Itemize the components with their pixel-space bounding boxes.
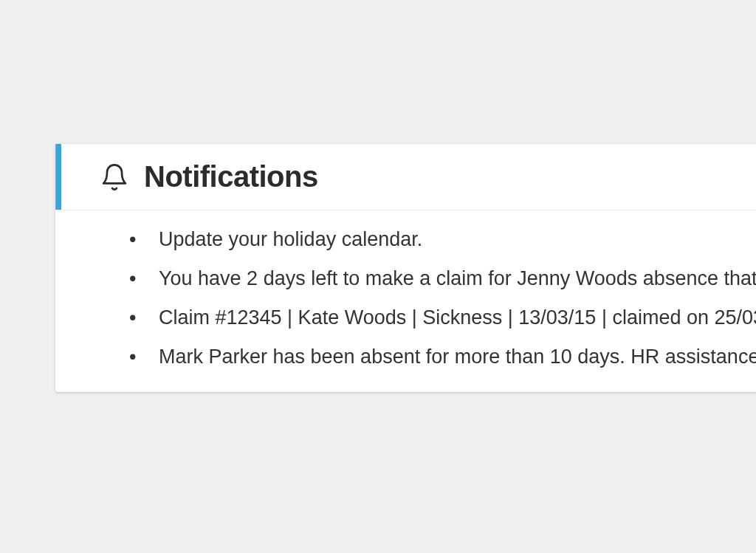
notification-text: Mark Parker has been absent for more tha… xyxy=(159,346,756,368)
notification-text: You have 2 days left to make a claim for… xyxy=(159,267,756,289)
panel-header: Notifications xyxy=(55,144,756,210)
notification-item[interactable]: Mark Parker has been absent for more tha… xyxy=(129,344,742,370)
panel-title: Notifications xyxy=(144,160,318,193)
notification-item[interactable]: You have 2 days left to make a claim for… xyxy=(129,266,742,292)
notification-item[interactable]: Update your holiday calendar. xyxy=(129,227,742,253)
notification-list: Update your holiday calendar. You have 2… xyxy=(129,227,742,370)
notification-text: Claim #12345 | Kate Woods | Sickness | 1… xyxy=(159,306,756,329)
notifications-panel: Notifications Update your holiday calend… xyxy=(55,144,756,392)
panel-body: Update your holiday calendar. You have 2… xyxy=(55,210,756,392)
notification-text: Update your holiday calendar. xyxy=(159,228,422,250)
notification-item[interactable]: Claim #12345 | Kate Woods | Sickness | 1… xyxy=(129,305,742,331)
bell-icon xyxy=(100,161,129,193)
accent-bar xyxy=(55,144,61,210)
